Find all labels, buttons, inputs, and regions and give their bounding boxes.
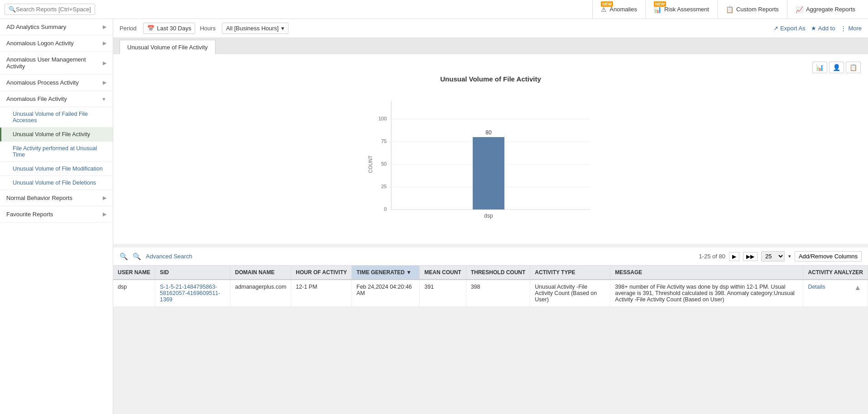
nav-tabs: NEW ⚠ Anomalies NEW 📊 Risk Assessment 📋 … — [592, 0, 863, 19]
scroll-up-icon[interactable]: ▲ — [854, 284, 861, 292]
add-to-button[interactable]: ★ Add to — [811, 25, 835, 32]
anomalies-icon: ⚠ — [601, 6, 607, 13]
add-remove-columns-button[interactable]: Add/Remove Columns — [795, 251, 862, 262]
sidebar-item-anomalous-logon[interactable]: Anomalous Logon Activity ▶ — [0, 35, 113, 52]
chart-user-icon-btn[interactable]: 👤 — [829, 62, 844, 73]
sub-item-label: Unusual Volume of Failed File Accesses — [13, 111, 88, 124]
cell-mean: 391 — [420, 280, 466, 307]
sidebar-item-anomalous-user-mgmt[interactable]: Anomalous User Management Activity ▶ — [0, 52, 113, 75]
tab-risk-assessment[interactable]: NEW 📊 Risk Assessment — [645, 0, 717, 19]
period-value: Last 30 Days — [157, 25, 192, 32]
table-search-icon[interactable]: 🔍 — [120, 252, 128, 261]
bar-chart-svg: COUNT 0 25 50 7 — [364, 92, 618, 237]
table-row: dsp S-1-5-21-1484795863-58162057-4169609… — [113, 280, 868, 307]
col-username: USER NAME — [113, 266, 155, 280]
sidebar-item-label: AD Analytics Summary — [6, 24, 66, 30]
hours-value: All [Business Hours] — [226, 25, 278, 32]
details-link[interactable]: Details — [808, 284, 825, 290]
svg-text:75: 75 — [381, 138, 386, 144]
chart-title: Unusual Volume of File Activity — [120, 75, 861, 83]
chevron-right-icon: ▶ — [103, 80, 106, 86]
aggregate-icon: 📈 — [796, 6, 803, 13]
advanced-search-button[interactable]: Advanced Search — [146, 253, 192, 260]
col-time[interactable]: TIME GENERATED ▼ — [352, 266, 420, 280]
sidebar-sub-item-unusual-failed-accesses[interactable]: Unusual Volume of Failed File Accesses — [0, 107, 113, 128]
svg-text:dsp: dsp — [484, 213, 493, 219]
table-adv-search-icon[interactable]: 🔍 — [133, 252, 141, 261]
sub-item-label: Unusual Volume of File Activity — [13, 131, 90, 138]
col-activity-type: ACTIVITY TYPE — [530, 266, 610, 280]
svg-text:0: 0 — [384, 206, 386, 212]
sidebar-sub-item-unusual-volume-file[interactable]: Unusual Volume of File Activity — [0, 128, 113, 142]
sidebar-item-normal-behavior[interactable]: Normal Behavior Reports ▶ — [0, 190, 113, 206]
col-threshold: THRESHOLD COUNT — [466, 266, 530, 280]
sidebar-item-label: Anomalous Logon Activity — [6, 40, 74, 47]
chevron-down-icon: ▾ — [281, 25, 284, 32]
custom-label: Custom Reports — [736, 6, 779, 13]
svg-text:50: 50 — [381, 161, 386, 167]
chart-table-icon-btn[interactable]: 📋 — [846, 62, 861, 73]
chevron-right-icon: ▶ — [103, 60, 106, 66]
cell-domain: admanagerplus.com — [230, 280, 291, 307]
cell-analyzer: Details ▲ — [803, 280, 868, 307]
sidebar-sub-item-unusual-file-modification[interactable]: Unusual Volume of File Modification — [0, 162, 113, 176]
sidebar-item-anomalous-process[interactable]: Anomalous Process Activity ▶ — [0, 75, 113, 91]
tab-anomalies[interactable]: NEW ⚠ Anomalies — [592, 0, 645, 19]
sub-item-label: Unusual Volume of File Modification — [13, 166, 103, 172]
pagination-next-btn[interactable]: ▶ — [729, 252, 739, 261]
table-toolbar-right: 1-25 of 80 ▶ ▶▶ 25 50 100 ▾ Add/Remove C… — [699, 251, 862, 262]
search-input[interactable] — [16, 6, 91, 13]
sidebar: AD Analytics Summary ▶ Anomalous Logon A… — [0, 19, 113, 414]
tab-custom-reports[interactable]: 📋 Custom Reports — [717, 0, 787, 19]
search-box[interactable]: 🔍 — [5, 4, 95, 15]
sub-item-label: File Activity performed at Unusual Time — [13, 145, 97, 158]
sidebar-item-ad-analytics[interactable]: AD Analytics Summary ▶ — [0, 19, 113, 35]
cell-sid: S-1-5-21-1484795863-58162057-4169609511-… — [155, 280, 230, 307]
table-toolbar: 🔍 🔍 Advanced Search 1-25 of 80 ▶ ▶▶ 25 5… — [113, 247, 868, 266]
cell-threshold: 398 — [466, 280, 530, 307]
calendar-icon: 📅 — [147, 25, 154, 32]
pagination-last-btn[interactable]: ▶▶ — [743, 252, 758, 261]
sid-link[interactable]: S-1-5-21-1484795863-58162057-4169609511-… — [160, 284, 220, 303]
anomalous-file-submenu: Unusual Volume of Failed File Accesses U… — [0, 107, 113, 190]
layout: AD Analytics Summary ▶ Anomalous Logon A… — [0, 19, 868, 414]
star-icon: ★ — [811, 25, 816, 32]
svg-text:25: 25 — [381, 184, 386, 189]
cell-username: dsp — [113, 280, 155, 307]
tab-aggregate-reports[interactable]: 📈 Aggregate Reports — [787, 0, 863, 19]
hours-selector[interactable]: All [Business Hours] ▾ — [222, 23, 288, 34]
cell-time: Feb 24,2024 04:20:46 AM — [352, 280, 420, 307]
anomalies-badge: NEW — [601, 1, 613, 7]
cell-activity-type: Unusual Activity -File Activity Count (B… — [530, 280, 610, 307]
sidebar-sub-item-unusual-file-deletions[interactable]: Unusual Volume of File Deletions — [0, 176, 113, 190]
period-selector[interactable]: 📅 Last 30 Days — [143, 23, 196, 34]
table-scroll-container[interactable]: USER NAME SID DOMAIN NAME HOUR OF ACTIVI… — [113, 266, 868, 307]
report-tab-bar: Unusual Volume of File Activity — [113, 38, 868, 54]
sidebar-item-anomalous-file[interactable]: Anomalous File Activity ▼ — [0, 91, 113, 107]
per-page-select[interactable]: 25 50 100 — [761, 251, 785, 262]
chevron-down-icon: ▼ — [101, 96, 106, 102]
sidebar-item-label: Anomalous File Activity — [6, 95, 67, 102]
col-domain: DOMAIN NAME — [230, 266, 291, 280]
col-mean: MEAN COUNT — [420, 266, 466, 280]
chart-container: COUNT 0 25 50 7 — [120, 87, 861, 237]
cell-hour: 12-1 PM — [291, 280, 352, 307]
hours-label: Hours — [200, 25, 216, 32]
sidebar-sub-item-file-unusual-time[interactable]: File Activity performed at Unusual Time — [0, 142, 113, 162]
chart-bar-icon-btn[interactable]: 📊 — [812, 62, 827, 73]
report-tab-unusual-volume[interactable]: Unusual Volume of File Activity — [120, 40, 216, 54]
svg-text:100: 100 — [378, 116, 386, 121]
table-area: 🔍 🔍 Advanced Search 1-25 of 80 ▶ ▶▶ 25 5… — [113, 247, 868, 307]
export-as-button[interactable]: ↗ Export As — [773, 25, 806, 32]
col-analyzer: ACTIVITY ANALYZER — [803, 266, 868, 280]
export-icon: ↗ — [773, 25, 778, 32]
bar-dsp[interactable] — [473, 137, 504, 209]
chevron-right-icon: ▶ — [103, 40, 106, 46]
sidebar-item-label: Anomalous User Management Activity — [6, 56, 103, 70]
risk-icon: 📊 — [654, 6, 662, 13]
svg-text:80: 80 — [485, 129, 492, 136]
toolbar: Period 📅 Last 30 Days Hours All [Busines… — [113, 19, 868, 38]
more-button[interactable]: ⋮ More — [840, 25, 862, 32]
sidebar-item-favourite-reports[interactable]: Favourite Reports ▶ — [0, 206, 113, 223]
chevron-right-icon: ▶ — [103, 195, 106, 201]
